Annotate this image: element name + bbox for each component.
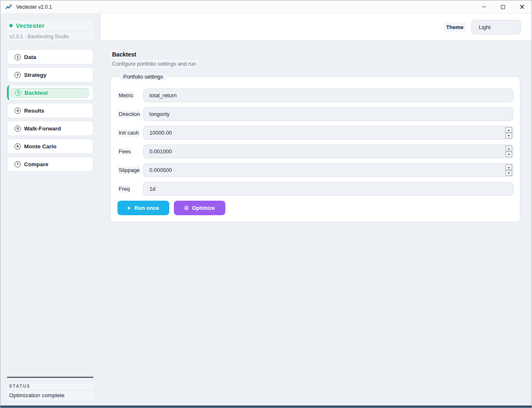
direction-combobox[interactable]: [143, 107, 513, 121]
form-row-fees: Fees: [117, 145, 513, 158]
init-cash-spinbox[interactable]: [143, 126, 513, 140]
sidebar-nav: 1 Data 2 Strategy 3 Backtest 4 Results 5…: [7, 49, 93, 172]
theme-selected-value: Light: [479, 24, 491, 30]
step-number-badge: 6: [15, 143, 21, 150]
fees-spinner: [505, 145, 512, 157]
grid-icon: [185, 206, 188, 210]
window-controls: ×: [474, 0, 532, 13]
active-item-highlight: 3 Backtest: [11, 88, 89, 98]
arrow-up-icon: [508, 167, 510, 168]
sidebar-item-label: Strategy: [24, 72, 46, 78]
brand-name: Vectester: [16, 22, 44, 29]
brand: Vectester: [7, 20, 93, 31]
arrow-down-icon: [508, 172, 510, 174]
sidebar: Vectester v2.0.1 · Backtesting Studio 1 …: [0, 14, 100, 406]
form-row-init-cash: Init cash: [117, 126, 513, 140]
sidebar-item-backtest[interactable]: 3 Backtest: [7, 85, 93, 100]
main-area: Theme Light Backtest Configure portfolio…: [101, 14, 532, 406]
page-content: Backtest Configure portfolio settings an…: [101, 41, 532, 222]
freq-input[interactable]: [143, 182, 513, 196]
maximize-icon: [501, 5, 505, 9]
spin-up-button[interactable]: [505, 165, 512, 170]
spin-down-button[interactable]: [505, 170, 512, 176]
init-cash-spinner: [505, 127, 512, 139]
sidebar-item-monte-carlo[interactable]: 6 Monte Carlo: [7, 139, 93, 154]
run-once-button[interactable]: Run once: [117, 201, 169, 215]
arrow-down-icon: [508, 135, 510, 137]
brand-subtitle: v2.0.1 · Backtesting Studio: [7, 32, 93, 41]
spin-down-button[interactable]: [505, 133, 512, 138]
app-window: Vectester v2.0.1 × Vectester v2.0.1 · Ba…: [0, 0, 532, 408]
minimize-button[interactable]: [474, 0, 493, 13]
window-title: Vectester v2.0.1: [16, 4, 52, 10]
sidebar-item-walk-forward[interactable]: 5 Walk-Forward: [7, 121, 93, 136]
status-divider: [7, 377, 93, 378]
optimize-button[interactable]: Optimize: [174, 201, 225, 215]
run-once-label: Run once: [134, 205, 159, 211]
play-icon: [128, 206, 131, 210]
slippage-label: Slippage: [117, 166, 141, 174]
close-icon: ×: [519, 3, 525, 10]
page-title: Backtest: [110, 50, 138, 59]
step-number-badge: 2: [15, 72, 21, 78]
theme-select[interactable]: Light: [471, 20, 521, 34]
step-number-badge: 1: [15, 54, 21, 60]
window-bottom-edge: [0, 406, 532, 408]
sidebar-item-label: Backtest: [24, 90, 48, 96]
optimize-label: Optimize: [192, 205, 215, 211]
sidebar-item-label: Data: [24, 54, 36, 60]
chart-zigzag-icon: [5, 3, 12, 10]
spin-up-button[interactable]: [505, 146, 512, 151]
minimize-icon: [482, 7, 486, 7]
theme-label: Theme: [444, 22, 466, 32]
sidebar-item-compare[interactable]: 7 Compare: [7, 157, 93, 172]
init-cash-label: Init cash: [117, 129, 140, 137]
maximize-button[interactable]: [493, 0, 512, 13]
sidebar-item-label: Results: [24, 108, 44, 114]
main-topbar: Theme Light: [101, 14, 532, 41]
arrow-up-icon: [508, 148, 510, 150]
arrow-up-icon: [508, 129, 510, 131]
page-subtitle: Configure portfolio settings and run: [110, 60, 198, 68]
spin-down-button[interactable]: [505, 152, 512, 157]
step-number-badge: 7: [15, 161, 21, 167]
form-row-metric: Metric: [117, 88, 513, 102]
metric-combobox[interactable]: [143, 88, 513, 102]
slippage-spinbox[interactable]: [143, 163, 513, 177]
arrow-down-icon: [508, 154, 510, 155]
sidebar-item-label: Walk-Forward: [24, 125, 61, 132]
slippage-spinner: [505, 164, 512, 176]
action-buttons: Run once Optimize: [117, 201, 513, 215]
fees-spinbox[interactable]: [143, 145, 513, 158]
sidebar-item-strategy[interactable]: 2 Strategy: [7, 67, 93, 82]
direction-label: Direction: [117, 110, 141, 118]
group-title: Portfolio settings: [120, 73, 166, 80]
titlebar: Vectester v2.0.1 ×: [0, 0, 532, 14]
step-number-badge: 4: [15, 108, 21, 114]
close-button[interactable]: ×: [512, 0, 532, 13]
status-heading: STATUS: [7, 383, 93, 389]
status-block: STATUS Optimization complete: [7, 377, 93, 400]
step-number-badge: 5: [15, 125, 21, 132]
form-row-slippage: Slippage: [117, 163, 513, 177]
step-number-badge: 3: [15, 90, 21, 96]
form-row-direction: Direction: [117, 107, 513, 121]
sidebar-item-label: Monte Carlo: [24, 143, 56, 150]
metric-label: Metric: [117, 91, 134, 99]
sidebar-item-label: Compare: [24, 161, 49, 167]
sidebar-item-results[interactable]: 4 Results: [7, 103, 93, 118]
spin-up-button[interactable]: [505, 127, 512, 133]
status-message: Optimization complete: [7, 391, 93, 400]
portfolio-settings-group: Portfolio settings Metric Direction Init…: [110, 73, 520, 222]
diamond-star-icon: [9, 24, 13, 28]
fees-label: Fees: [117, 147, 132, 155]
form-row-freq: Freq: [117, 182, 513, 196]
sidebar-item-data[interactable]: 1 Data: [7, 49, 93, 64]
freq-label: Freq: [117, 185, 131, 193]
